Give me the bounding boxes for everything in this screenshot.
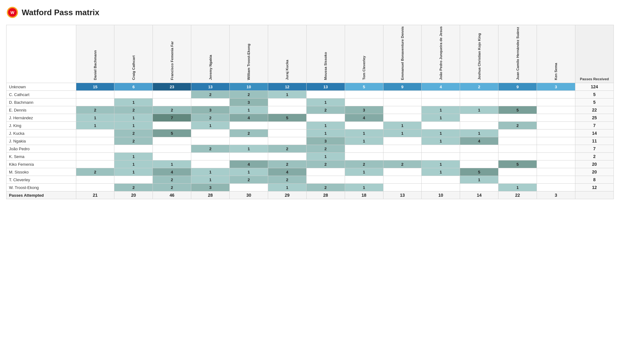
cell-13-5: 1 bbox=[268, 184, 306, 191]
cell-value-9-1: 1 bbox=[132, 154, 135, 159]
cell-value-6-6: 1 bbox=[325, 131, 327, 136]
row-label-10: Kiko Femenía bbox=[7, 160, 76, 168]
cell-9-8 bbox=[383, 153, 422, 160]
table-row: João Pedro21227 bbox=[7, 145, 614, 153]
cell-5-10 bbox=[460, 122, 498, 129]
cell-value-1-4: 2 bbox=[248, 92, 250, 97]
table-row: Kiko Femenía11422221520 bbox=[7, 160, 614, 168]
cell-11-1: 1 bbox=[114, 168, 153, 176]
cell-value-0-12: 3 bbox=[555, 85, 557, 89]
cell-7-0 bbox=[76, 137, 114, 145]
cell-value-13-6: 2 bbox=[325, 185, 327, 190]
cell-10-3 bbox=[191, 160, 230, 168]
cell-6-6: 1 bbox=[306, 129, 345, 137]
cell-value-7-7: 1 bbox=[363, 139, 365, 143]
cell-value-10-7: 2 bbox=[363, 162, 365, 167]
cell-2-3 bbox=[191, 99, 230, 106]
cell-12-6 bbox=[306, 176, 345, 184]
cell-11-7: 1 bbox=[345, 168, 383, 176]
cell-12-3: 1 bbox=[191, 176, 230, 184]
cell-12-0 bbox=[76, 176, 114, 184]
cell-9-6: 1 bbox=[306, 153, 345, 160]
row-label-0: Unknown bbox=[7, 83, 76, 91]
cell-11-10: 5 bbox=[460, 168, 498, 176]
col-header-4: William Troost-Ekong bbox=[230, 25, 268, 83]
cell-value-5-11: 2 bbox=[516, 123, 519, 128]
cell-8-8 bbox=[383, 145, 422, 153]
col-header-9: João Pedro Junqueira de Jesus bbox=[422, 25, 460, 83]
cell-4-5: 5 bbox=[268, 114, 306, 122]
cell-value-4-4: 4 bbox=[248, 116, 250, 120]
cell-8-3: 2 bbox=[191, 145, 230, 153]
cell-2-6: 1 bbox=[306, 99, 345, 106]
cell-3-0: 2 bbox=[76, 106, 114, 114]
cell-value-13-2: 2 bbox=[171, 185, 173, 190]
passes-received-6: 14 bbox=[575, 129, 613, 137]
cell-value-4-3: 2 bbox=[209, 116, 211, 120]
col-header-text-3: Jeremy Ngakia bbox=[209, 55, 212, 80]
passes-received-2: 5 bbox=[575, 99, 613, 106]
cell-3-12 bbox=[537, 106, 575, 114]
cell-value-3-6: 2 bbox=[325, 108, 327, 112]
cell-value-0-10: 2 bbox=[478, 85, 480, 89]
row-label-9: K. Sema bbox=[7, 153, 76, 160]
cell-5-2 bbox=[153, 122, 191, 129]
cell-12-2: 2 bbox=[153, 176, 191, 184]
cell-7-1: 2 bbox=[114, 137, 153, 145]
passes-attempted-4: 30 bbox=[230, 191, 268, 199]
row-label-2: D. Bachmann bbox=[7, 99, 76, 106]
cell-value-12-3: 1 bbox=[209, 178, 211, 182]
row-label-8: João Pedro bbox=[7, 145, 76, 153]
cell-value-1-3: 2 bbox=[209, 92, 211, 97]
cell-value-13-7: 1 bbox=[363, 185, 365, 190]
cell-0-8: 9 bbox=[383, 83, 422, 91]
cell-value-2-4: 3 bbox=[248, 100, 250, 105]
cell-8-6: 2 bbox=[306, 145, 345, 153]
cell-12-1 bbox=[114, 176, 153, 184]
cell-5-8: 1 bbox=[383, 122, 422, 129]
cell-3-10: 1 bbox=[460, 106, 498, 114]
cell-10-10 bbox=[460, 160, 498, 168]
cell-8-1 bbox=[114, 145, 153, 153]
passes-attempted-9: 10 bbox=[422, 191, 460, 199]
cell-4-1: 1 bbox=[114, 114, 153, 122]
cell-value-10-4: 4 bbox=[248, 162, 250, 167]
cell-value-13-11: 1 bbox=[516, 185, 519, 190]
cell-3-6: 2 bbox=[306, 106, 345, 114]
cell-3-2: 2 bbox=[153, 106, 191, 114]
cell-7-9: 1 bbox=[422, 137, 460, 145]
cell-value-11-10: 5 bbox=[478, 170, 480, 174]
cell-10-2: 1 bbox=[153, 160, 191, 168]
cell-5-6: 1 bbox=[306, 122, 345, 129]
cell-0-12: 3 bbox=[537, 83, 575, 91]
cell-value-0-4: 10 bbox=[246, 85, 251, 89]
cell-9-9 bbox=[422, 153, 460, 160]
cell-value-6-8: 1 bbox=[401, 131, 403, 136]
cell-11-12 bbox=[537, 168, 575, 176]
cell-value-0-11: 9 bbox=[516, 85, 519, 89]
passes-attempted-11: 22 bbox=[498, 191, 537, 199]
cell-9-11 bbox=[498, 153, 537, 160]
cell-value-5-6: 1 bbox=[325, 123, 327, 128]
table-row: Unknown1562313101213594293124 bbox=[7, 83, 614, 91]
cell-value-5-3: 1 bbox=[209, 123, 211, 128]
cell-5-12 bbox=[537, 122, 575, 129]
cell-9-7 bbox=[345, 153, 383, 160]
cell-13-7: 1 bbox=[345, 184, 383, 191]
cell-2-10 bbox=[460, 99, 498, 106]
cell-value-8-6: 2 bbox=[325, 147, 327, 151]
cell-4-10 bbox=[460, 114, 498, 122]
cell-10-8: 2 bbox=[383, 160, 422, 168]
cell-value-3-3: 3 bbox=[209, 108, 211, 112]
cell-7-4 bbox=[230, 137, 268, 145]
footer-empty bbox=[575, 191, 613, 199]
cell-2-2 bbox=[153, 99, 191, 106]
col-header-text-1: Craig Cathcart bbox=[132, 55, 135, 80]
cell-value-11-4: 1 bbox=[248, 170, 250, 174]
cell-value-6-7: 1 bbox=[363, 131, 365, 136]
cell-value-9-6: 1 bbox=[325, 154, 327, 159]
cell-11-9: 1 bbox=[422, 168, 460, 176]
cell-0-1: 6 bbox=[114, 83, 153, 91]
cell-2-4: 3 bbox=[230, 99, 268, 106]
passes-received-10: 20 bbox=[575, 160, 613, 168]
